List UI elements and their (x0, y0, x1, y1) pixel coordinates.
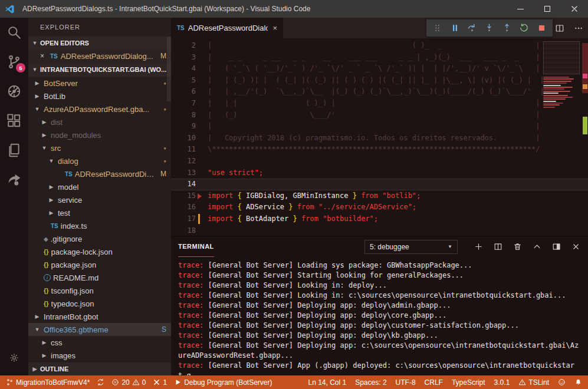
code-line-11[interactable]: 11\*************************************… (171, 144, 588, 156)
tree-item-readme-md[interactable]: iREADME.md (28, 271, 171, 284)
eol-status[interactable]: CRLF (425, 378, 443, 387)
tslint-status[interactable]: TSLint (518, 378, 549, 387)
outline-header[interactable]: ▶ OUTLINE (28, 362, 171, 375)
sync-button[interactable] (97, 378, 104, 386)
tree-item-typedoc-json[interactable]: {}typedoc.json (28, 297, 171, 310)
activity-debug-disabled-button[interactable] (0, 77, 28, 106)
vscode-logo-icon[interactable] (5, 4, 15, 14)
code-line-5[interactable]: 5| | (_) )| | ( (_| |( (_) || ( ) ( ) |(… (171, 75, 588, 87)
code-line-6[interactable]: 6| | ,__/'(_) `\__,_)`\__ |(_) (_) (_)`\… (171, 86, 588, 98)
tree-item-adresetpassworddial[interactable]: TSADResetPasswordDial...M (28, 167, 171, 180)
chevron-up-button[interactable] (531, 242, 542, 252)
minimize-button[interactable] (507, 0, 534, 18)
notifications-bell[interactable] (574, 378, 582, 386)
code-line-16[interactable]: 16import { ADService } from "../service/… (171, 202, 588, 213)
tree-item-label: src (51, 144, 61, 153)
code-line-9[interactable]: 9| | (171, 121, 588, 133)
activity-documents-button[interactable] (0, 136, 28, 165)
maximize-button[interactable] (534, 0, 561, 18)
code-line-15[interactable]: 15import { IGBDialog, GBMinInstance } fr… (171, 190, 588, 202)
terminal-output[interactable]: trace: [General Bot Server] Loading sys … (171, 257, 588, 375)
tree-item-dist[interactable]: ▶dist (28, 116, 171, 128)
debug-launch-status[interactable]: Debug Program (BotServer) (174, 378, 272, 387)
close-button[interactable] (570, 242, 581, 252)
code-line-4[interactable]: 4| ( '_`\ ( '__)/'_` ) /'_ `\/' _ ` _ `\… (171, 63, 588, 75)
tree-item-test[interactable]: ▶test (28, 206, 171, 219)
new-terminal-button[interactable] (473, 242, 484, 252)
code-line-10[interactable]: 10| Copyright 2018 (c) pragmatismo.io. T… (171, 133, 588, 144)
minimap[interactable] (543, 41, 581, 224)
manage-gear-button[interactable] (0, 346, 28, 370)
activity-source-control-button[interactable]: 5 (0, 47, 28, 77)
restart-button[interactable] (517, 21, 531, 35)
cursor-position[interactable]: Ln 14, Col 1 (308, 378, 346, 387)
tree-item-index-ts[interactable]: TSindex.ts (28, 219, 171, 232)
open-editors-header[interactable]: ▼ OPEN EDITORS (28, 37, 171, 50)
tab-terminal[interactable]: TERMINAL (178, 236, 214, 257)
more-actions-icon[interactable] (574, 24, 583, 33)
feedback-smiley[interactable] (558, 378, 566, 386)
tab-adresetpassworddialogs[interactable]: TS ADResetPasswordDialogs.ts × (171, 18, 283, 38)
line-number: 5 (171, 75, 196, 87)
code-editor[interactable]: 2| ( )_ _ |3| _ _ _ __ _ _ __ ___ ___ _ … (171, 38, 588, 236)
code-line-12[interactable]: 12 (171, 156, 588, 167)
sidebar-title: EXPLORER (28, 18, 171, 37)
tree-item-images[interactable]: ▶images (28, 349, 171, 362)
tree-item-azureadpasswordreset-gba[interactable]: ▼AzureADPasswordReset.gba...● (28, 103, 171, 116)
code-line-2[interactable]: 2| ( )_ _ | (171, 40, 588, 52)
tree-item-label: tsconfig.json (51, 286, 94, 295)
tree-item-office365-gbtheme[interactable]: ▼Office365.gbthemeS (28, 323, 171, 336)
terminal-selector[interactable]: 5: debuggee ▼ (364, 240, 458, 254)
code-line-3[interactable]: 3| _ _ _ __ _ _ __ ___ ___ _ _ | ,_)(_) … (171, 52, 588, 64)
language-mode[interactable]: TypeScript (452, 378, 485, 387)
tree-item-dialog[interactable]: ▼dialog● (28, 154, 171, 167)
encoding-status[interactable]: UTF-8 (396, 378, 416, 387)
workspace-header[interactable]: ▼ INTRANETBOTQUICKSTART.GBAI (WO... (28, 62, 171, 77)
close-tab-icon[interactable]: × (272, 24, 277, 32)
open-editor-item[interactable]: × TS ADResetPasswordDialog... M (28, 50, 171, 62)
pause-button[interactable] (448, 21, 462, 35)
tree-item-css[interactable]: ▶css (28, 336, 171, 349)
indentation-status[interactable]: Spaces: 2 (355, 378, 386, 387)
step-into-button[interactable] (482, 21, 497, 35)
open-panel-button[interactable] (551, 242, 561, 252)
tree-item-intranetbot-gbot[interactable]: ▶IntranetBot.gbot (28, 310, 171, 323)
code-line-8[interactable]: 8| (_) \___/' | (171, 110, 588, 121)
tree-item-gitignore[interactable]: ◆.gitignore (28, 232, 171, 245)
code-line-17[interactable]: 17import { BotAdapter } from "botbuilder… (171, 213, 588, 225)
tree-item-service[interactable]: ▶service (28, 193, 171, 206)
activity-extensions-button[interactable] (0, 106, 28, 136)
trash-button[interactable] (512, 242, 523, 252)
tree-item-node-modules[interactable]: ▶node_modules (28, 128, 171, 141)
tree-item-botserver[interactable]: ▶BotServer● (28, 77, 171, 90)
code-line-7[interactable]: 7| | | ( )_) | | (171, 98, 588, 110)
code-line-13[interactable]: 13"use strict"; (171, 167, 588, 179)
chevron-down-icon: ▼ (31, 40, 39, 46)
minimap-line (543, 95, 568, 96)
close-window-button[interactable] (561, 0, 588, 18)
stop-button[interactable] (534, 21, 548, 35)
tree-item-src[interactable]: ▼src● (28, 141, 171, 154)
fixes-status[interactable]: 1 (153, 378, 167, 387)
close-icon (571, 242, 580, 251)
activity-search-button[interactable] (0, 18, 28, 47)
tree-item-package-json[interactable]: {}package.json (28, 258, 171, 271)
problems-status[interactable]: 20 0 (111, 378, 146, 387)
activity-publish-button[interactable] (0, 165, 28, 194)
close-editor-icon[interactable]: × (40, 52, 47, 60)
sidebar-scrollbar[interactable] (167, 37, 171, 101)
code-line-14[interactable]: 14 (171, 179, 588, 190)
split-editor-icon[interactable] (555, 24, 564, 33)
tree-item-model[interactable]: ▶model (28, 180, 171, 193)
grip-button[interactable] (431, 21, 445, 35)
step-over-button[interactable] (465, 21, 479, 35)
tree-item-package-lock-json[interactable]: {}package-lock.json (28, 245, 171, 258)
tree-item-botlib[interactable]: ▶BotLib (28, 90, 171, 103)
step-out-button[interactable] (500, 21, 514, 35)
tree-item-tsconfig-json[interactable]: {}tsconfig.json (28, 284, 171, 297)
split-terminal-button[interactable] (492, 242, 503, 252)
tree-item-label: dialog (58, 157, 78, 166)
typescript-version[interactable]: 3.0.1 (494, 378, 510, 387)
code-line-18[interactable]: 18 (171, 225, 588, 236)
git-branch-status[interactable]: MigrationToBotFmwV4* (6, 378, 90, 387)
